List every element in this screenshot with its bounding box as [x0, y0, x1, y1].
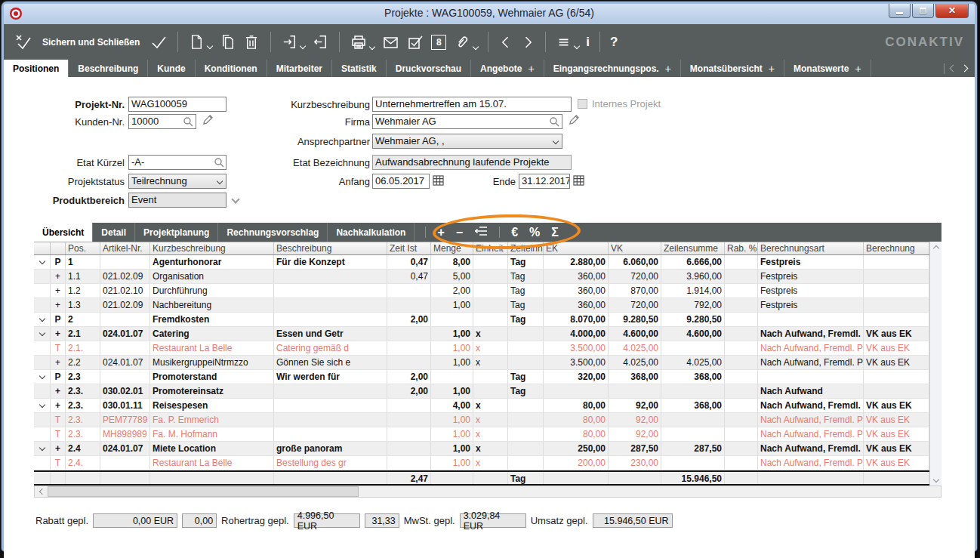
outdent-position-icon[interactable]: [474, 223, 488, 242]
paperclip-icon[interactable]: [453, 33, 478, 51]
tab-kunde[interactable]: Kunde: [148, 60, 195, 77]
table-row[interactable]: P2Fremdkosten2,00Tag8.070,009.280,509.28…: [34, 313, 929, 327]
ansprechpartner-select[interactable]: Wehmaier AG, ,: [372, 134, 562, 149]
import-dropdown-icon[interactable]: [300, 43, 306, 49]
table-row[interactable]: T2.3.PEM77789Fa. P. Emmerich1,00x80,0092…: [34, 413, 929, 427]
tab-positionen[interactable]: Positionen: [4, 60, 69, 77]
expand-chevron-icon[interactable]: [39, 330, 45, 336]
column-header-menge[interactable]: Menge: [431, 242, 473, 254]
new-record-dropdown-icon[interactable]: [207, 43, 213, 49]
column-header-kurzbeschreibung[interactable]: Kurzbeschreibung: [150, 242, 274, 254]
save-and-close-icon[interactable]: [14, 33, 32, 51]
etat-kuerzel-input[interactable]: -A-: [128, 155, 227, 170]
positions-tab-nachkalkulation[interactable]: Nachkalkulation: [328, 223, 414, 242]
paperclip-dropdown-icon[interactable]: [473, 43, 479, 49]
export-icon[interactable]: [312, 33, 329, 51]
column-header-beschreibung[interactable]: Beschreibung: [274, 242, 387, 254]
table-row[interactable]: +1.1021.02.09Organisation0,475,00Tag360,…: [34, 270, 929, 284]
column-header-berechnung[interactable]: Berechnung: [864, 242, 929, 254]
add-position-icon[interactable]: +: [437, 223, 444, 242]
tabs-scroll-right-icon[interactable]: [961, 65, 969, 72]
tab-mitarbeiter[interactable]: Mitarbeiter: [267, 60, 332, 77]
table-row[interactable]: +2.1024.01.07CateringEssen und Getr1,00x…: [34, 327, 929, 341]
column-header-einheit[interactable]: Einheit: [473, 242, 508, 254]
column-header[interactable]: [51, 242, 66, 254]
save-and-close-label[interactable]: Sichern und Schließen: [42, 37, 140, 48]
expand-chevron-icon[interactable]: [39, 373, 45, 379]
column-header-zeit-ist[interactable]: Zeit Ist: [387, 242, 431, 254]
projekt-nr-input[interactable]: WAG100059: [128, 97, 227, 112]
sum-icon[interactable]: Σ: [551, 223, 559, 242]
table-row[interactable]: +2.4024.01.07Miete Locationgroße panoram…: [34, 442, 929, 456]
table-row[interactable]: +1.3021.02.09Nachbereitung1,00Tag360,007…: [34, 298, 929, 313]
percent-icon[interactable]: %: [529, 223, 540, 242]
tab-druckvorschau[interactable]: Druckvorschau: [387, 60, 471, 77]
tab-beschreibung[interactable]: Beschreibung: [69, 60, 148, 77]
mail-icon[interactable]: [381, 33, 399, 51]
minimize-button[interactable]: [889, 4, 911, 18]
produktbereich-select[interactable]: Event: [128, 193, 227, 208]
horizontal-scroll-thumb[interactable]: [48, 486, 359, 497]
print-icon[interactable]: [350, 33, 374, 51]
table-row[interactable]: P2.3PromoterstandWir werden für2,00Tag32…: [34, 370, 929, 384]
positions-tab--bersicht[interactable]: Übersicht: [34, 223, 93, 242]
tab-plus-icon[interactable]: +: [769, 63, 775, 75]
column-header-artikel-nr-[interactable]: Artikel-Nr.: [100, 242, 150, 254]
scroll-left-button[interactable]: [35, 486, 47, 497]
help-icon[interactable]: ?: [610, 35, 618, 50]
table-row[interactable]: +2.2024.01.07MusikergruppeiNtrmzzoGönnen…: [34, 356, 929, 370]
task-check-icon[interactable]: [406, 33, 424, 51]
expand-chevron-icon[interactable]: [39, 402, 45, 408]
table-row[interactable]: 2,47Tag15.946,50: [34, 470, 929, 486]
scroll-up-button[interactable]: [930, 242, 941, 253]
table-row[interactable]: T2.4.Restaurant La BelleBestellung des g…: [34, 456, 929, 470]
positions-tab-rechnungsvorschlag[interactable]: Rechnungsvorschlag: [218, 223, 328, 242]
column-header-berechnungsart[interactable]: Berechnungsart: [758, 242, 864, 254]
scroll-down-button[interactable]: [930, 474, 941, 486]
table-row[interactable]: T2.1.Restaurant La BelleCatering gemäß d…: [34, 341, 929, 356]
record-count-badge[interactable]: 8: [431, 35, 446, 50]
validate-check-icon[interactable]: [149, 33, 168, 51]
tab-monats-bersicht[interactable]: Monatsübersicht+: [681, 60, 784, 77]
column-header-ek[interactable]: EK: [544, 242, 609, 254]
column-header-zeiteinh-[interactable]: Zeiteinh.: [508, 242, 544, 254]
menu-dropdown-icon[interactable]: [574, 42, 580, 48]
column-header-vk[interactable]: VK: [609, 242, 661, 254]
anfang-date-input[interactable]: 06.05.2017: [372, 174, 430, 189]
previous-record-icon[interactable]: [498, 34, 513, 51]
anfang-calendar-icon[interactable]: [433, 175, 444, 189]
positions-tab-detail[interactable]: Detail: [93, 223, 135, 242]
tab-eingangsrechnungspos-[interactable]: Eingangsrechnungspos.+: [544, 60, 681, 77]
table-row[interactable]: +2.3.030.02.01Promotereinsatz2,001,00Tag…: [34, 384, 929, 399]
print-dropdown-icon[interactable]: [369, 43, 375, 49]
firma-search-icon[interactable]: [549, 116, 559, 130]
column-header-zeilensumme[interactable]: Zeilensumme: [661, 242, 725, 254]
expand-chevron-icon[interactable]: [39, 316, 45, 322]
positions-tab-projektplanung[interactable]: Projektplanung: [135, 223, 218, 242]
import-icon[interactable]: [281, 33, 305, 51]
expand-chevron-icon[interactable]: [39, 258, 45, 264]
table-row[interactable]: T2.3.MH898989Fa. M. Hofmann1,00x80,0092,…: [34, 427, 929, 442]
new-record-icon[interactable]: [188, 33, 212, 51]
euro-icon[interactable]: €: [511, 223, 518, 242]
expand-chevron-icon[interactable]: [39, 445, 45, 451]
firma-input[interactable]: Wehmaier AG: [372, 114, 562, 129]
table-row[interactable]: P1AgenturhonorarFür die Konzept0,478,00T…: [34, 255, 929, 270]
table-row[interactable]: +1.2021.02.10Durchführung2,00Tag360,0087…: [34, 284, 929, 298]
column-header-pos-[interactable]: Pos.: [66, 242, 100, 254]
tab-monatswerte[interactable]: Monatswerte+: [784, 60, 871, 77]
kunden-nr-edit-pencil-icon[interactable]: [202, 115, 213, 129]
firma-edit-pencil-icon[interactable]: [568, 115, 579, 129]
tab-plus-icon[interactable]: +: [665, 63, 671, 75]
tab-angebote[interactable]: Angebote+: [471, 60, 544, 77]
tab-plus-icon[interactable]: +: [855, 63, 861, 75]
projektstatus-select[interactable]: Teilrechnung: [128, 174, 227, 189]
tab-konditionen[interactable]: Konditionen: [196, 60, 267, 77]
column-header-rab-[interactable]: Rab. %: [725, 242, 758, 254]
tab-statistik[interactable]: Statistik: [332, 60, 387, 77]
tab-plus-icon[interactable]: +: [528, 63, 534, 75]
remove-position-icon[interactable]: −: [456, 223, 463, 242]
maximize-button[interactable]: [912, 4, 934, 18]
kurzbeschreibung-input[interactable]: Unternehmertreffen am 15.07.: [372, 97, 572, 112]
next-record-icon[interactable]: [520, 34, 535, 51]
